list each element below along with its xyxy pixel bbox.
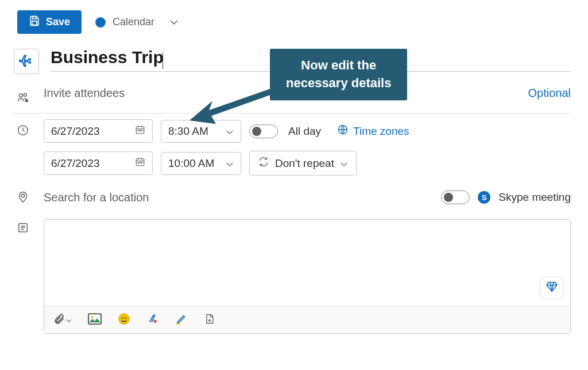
suggestions-button[interactable]	[540, 276, 563, 299]
svg-point-14	[141, 162, 142, 163]
calendar-color-dot	[95, 17, 106, 28]
end-time-value: 10:00 AM	[168, 157, 214, 170]
airplane-icon	[18, 52, 34, 71]
clock-icon	[17, 124, 29, 139]
calendar-icon	[135, 124, 145, 138]
end-date-value: 6/27/2023	[51, 157, 100, 170]
svg-point-18	[91, 316, 93, 318]
svg-point-19	[119, 314, 129, 324]
start-date-field[interactable]: 6/27/2023	[44, 119, 153, 143]
emoji-button[interactable]	[118, 313, 130, 328]
end-time-field[interactable]: 10:00 AM	[161, 152, 241, 175]
save-icon	[29, 15, 40, 29]
highlight-button[interactable]	[175, 313, 188, 328]
attendees-input[interactable]: Invite attendees	[44, 87, 125, 100]
file-add-icon	[204, 313, 215, 328]
datetime-row: 6/27/2023 8:30 AM All day	[14, 114, 571, 181]
recurrence-field[interactable]: Don't repeat	[249, 151, 357, 176]
insert-file-button[interactable]	[204, 313, 215, 328]
diamond-icon	[545, 280, 559, 296]
calendar-category-picker[interactable]: Calendar	[95, 16, 179, 28]
calendar-icon	[135, 157, 145, 170]
svg-point-2	[19, 94, 22, 97]
event-icon-picker[interactable]	[14, 49, 39, 74]
recurrence-value: Don't repeat	[275, 157, 334, 170]
chevron-down-icon	[226, 157, 234, 170]
editor-toolbar	[44, 306, 570, 333]
optional-attendees-link[interactable]: Optional	[528, 87, 571, 100]
svg-point-15	[21, 194, 25, 197]
timezones-link[interactable]: Time zones	[337, 124, 409, 138]
attach-button[interactable]	[53, 313, 72, 328]
clear-format-button[interactable]	[146, 313, 159, 328]
toolbar: Save Calendar	[0, 0, 588, 42]
location-row: Search for a location S Skype meeting	[14, 181, 571, 213]
end-datetime-line: 6/27/2023 10:00 AM Don't repeat	[44, 151, 571, 176]
text-caret	[163, 53, 163, 69]
save-label: Save	[46, 16, 70, 28]
emoji-icon	[118, 313, 130, 328]
location-input[interactable]: Search for a location	[44, 191, 441, 204]
svg-rect-1	[32, 21, 37, 25]
chevron-down-icon	[66, 315, 72, 325]
event-title-input[interactable]: Business Trip	[51, 48, 164, 67]
description-row	[14, 213, 571, 340]
svg-rect-0	[33, 17, 37, 19]
start-date-value: 6/27/2023	[51, 125, 100, 138]
skype-icon: S	[478, 191, 490, 204]
image-icon	[88, 313, 102, 327]
annotation-line2: necessary details	[286, 75, 391, 92]
svg-rect-17	[88, 314, 101, 324]
skype-label: Skype meeting	[498, 191, 571, 204]
svg-marker-22	[189, 85, 283, 124]
notes-icon	[17, 221, 29, 236]
svg-point-13	[140, 162, 141, 163]
repeat-icon	[258, 156, 269, 170]
svg-point-12	[138, 162, 139, 163]
location-pin-icon	[17, 190, 29, 205]
globe-icon	[337, 124, 349, 138]
timezones-label: Time zones	[353, 125, 409, 138]
svg-point-3	[24, 94, 26, 96]
insert-image-button[interactable]	[88, 313, 102, 327]
chevron-down-icon	[169, 16, 179, 28]
svg-point-21	[125, 317, 126, 318]
svg-point-9	[141, 130, 142, 131]
paperclip-icon	[53, 313, 65, 328]
svg-point-20	[122, 317, 123, 318]
calendar-label: Calendar	[113, 16, 154, 28]
start-datetime-line: 6/27/2023 8:30 AM All day	[44, 119, 571, 143]
clear-format-icon	[146, 313, 159, 328]
save-button[interactable]: Save	[17, 10, 82, 34]
people-icon	[17, 91, 29, 106]
chevron-down-icon	[340, 157, 348, 170]
skype-toggle[interactable]	[441, 190, 470, 204]
allday-label: All day	[288, 125, 321, 138]
annotation-line1: Now edit the	[286, 57, 391, 75]
svg-point-8	[140, 130, 141, 131]
svg-point-7	[138, 130, 139, 131]
description-editor[interactable]	[44, 219, 571, 334]
end-date-field[interactable]: 6/27/2023	[44, 151, 153, 175]
annotation-callout: Now edit the necessary details	[270, 49, 407, 100]
highlighter-icon	[175, 313, 188, 328]
